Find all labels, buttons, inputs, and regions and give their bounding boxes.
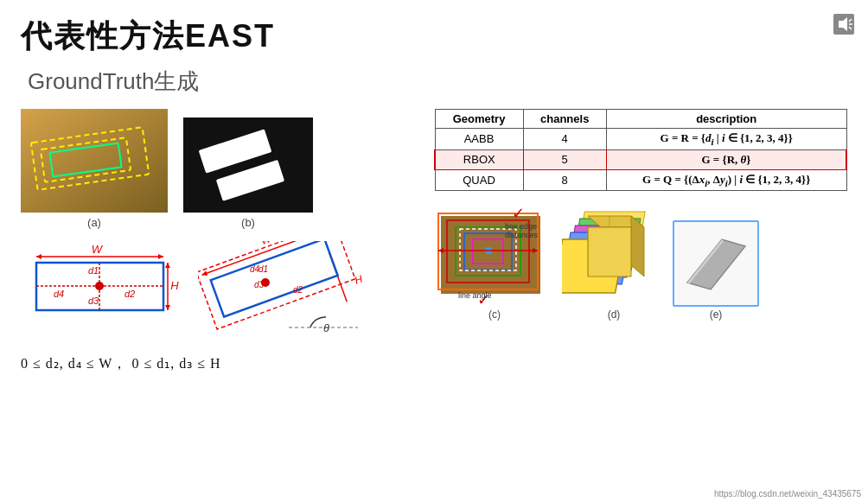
aabb-geo: AABB — [435, 129, 523, 150]
bottom-diagrams-row: ✓ ✓ box edge distances line angle (c) — [434, 203, 847, 321]
svg-text:line angle: line angle — [458, 291, 492, 300]
svg-text:W: W — [259, 241, 274, 247]
quad-geo: QUAD — [435, 169, 523, 191]
svg-text:d1: d1 — [88, 265, 99, 276]
image-a — [21, 109, 168, 213]
svg-text:H: H — [353, 273, 364, 287]
content-area: (a) (b) — [21, 109, 847, 373]
img-b-label: (b) — [241, 216, 255, 229]
diagram-e — [673, 220, 759, 307]
quad-ch: 8 — [523, 169, 606, 191]
svg-rect-6 — [21, 109, 168, 213]
rbox-geo: RBOX — [435, 149, 523, 169]
rbox-desc: G = {R, θ} — [606, 149, 846, 169]
aabb-diagram: W H d1 — [21, 241, 181, 323]
diagram-e-container: (e) — [673, 220, 759, 321]
svg-marker-69 — [631, 216, 644, 276]
diagram-c: ✓ ✓ box edge distances line angle — [434, 203, 555, 307]
formula: 0 ≤ d₂, d₄ ≤ W， 0 ≤ d₁, d₃ ≤ H — [21, 355, 418, 373]
slide: 代表性方法EAST GroundTruth生成 — [0, 0, 868, 502]
table-header-geometry: Geometry — [435, 110, 523, 129]
image-a-box: (a) — [21, 109, 168, 229]
svg-rect-31 — [198, 241, 355, 329]
svg-marker-19 — [165, 305, 170, 310]
svg-text:box edge: box edge — [505, 222, 537, 231]
rbox-ch: 5 — [523, 149, 606, 169]
svg-marker-18 — [165, 263, 170, 268]
img-c-label: (c) — [488, 308, 501, 321]
svg-text:d2: d2 — [293, 285, 303, 295]
img-d-label: (d) — [608, 308, 621, 321]
svg-text:d4: d4 — [54, 289, 64, 299]
quad-desc: G = Q = {(Δxi, Δyi) | i ∈ {1, 2, 3, 4}} — [606, 169, 846, 191]
image-b — [183, 118, 313, 213]
aabb-ch: 4 — [523, 129, 606, 150]
diagram-c-container: ✓ ✓ box edge distances line angle (c) — [434, 203, 555, 321]
table-header-description: description — [606, 110, 846, 129]
watermark: https://blog.csdn.net/weixin_43435675 — [714, 489, 861, 499]
svg-text:✓: ✓ — [512, 205, 525, 222]
svg-text:W: W — [92, 243, 104, 256]
svg-marker-14 — [158, 254, 163, 259]
diagram-area: W H d1 — [21, 241, 418, 353]
table-header-channels: channels — [523, 110, 606, 129]
svg-marker-15 — [36, 254, 41, 259]
table-row-quad: QUAD 8 G = Q = {(Δxi, Δyi) | i ∈ {1, 2, … — [435, 169, 846, 191]
svg-text:d2: d2 — [124, 289, 135, 299]
aabb-desc: G = R = {di | i ∈ {1, 2, 3, 4}} — [606, 129, 846, 150]
image-b-box: (b) — [183, 118, 313, 229]
section-subtitle: GroundTruth生成 — [28, 67, 847, 97]
img-a-label: (a) — [87, 216, 101, 229]
img-e-label: (e) — [710, 308, 723, 321]
svg-point-22 — [95, 282, 104, 290]
svg-rect-70 — [588, 227, 631, 276]
table-row-rbox: RBOX 5 G = {R, θ} — [435, 149, 846, 169]
svg-rect-10 — [183, 118, 313, 213]
svg-rect-38 — [211, 241, 338, 317]
right-column: Geometry channels description AABB 4 G =… — [434, 109, 847, 373]
svg-text:d1: d1 — [258, 264, 268, 274]
svg-text:d3: d3 — [88, 295, 99, 306]
speaker-icon — [832, 12, 856, 36]
table-row-aabb: AABB 4 G = R = {di | i ∈ {1, 2, 3, 4}} — [435, 129, 846, 150]
svg-text:distances: distances — [505, 231, 539, 239]
diagram-d — [562, 203, 666, 307]
rbox-diagram: W H d4 d1 d3 d2 — [198, 241, 371, 353]
geometry-table: Geometry channels description AABB 4 G =… — [434, 109, 847, 191]
svg-text:H: H — [170, 279, 179, 292]
left-column: (a) (b) — [21, 109, 418, 373]
page-title: 代表性方法EAST — [21, 16, 847, 58]
svg-marker-34 — [201, 270, 208, 277]
images-row: (a) (b) — [21, 109, 418, 229]
diagram-d-container: (d) — [562, 203, 666, 321]
svg-text:d3: d3 — [254, 280, 265, 289]
